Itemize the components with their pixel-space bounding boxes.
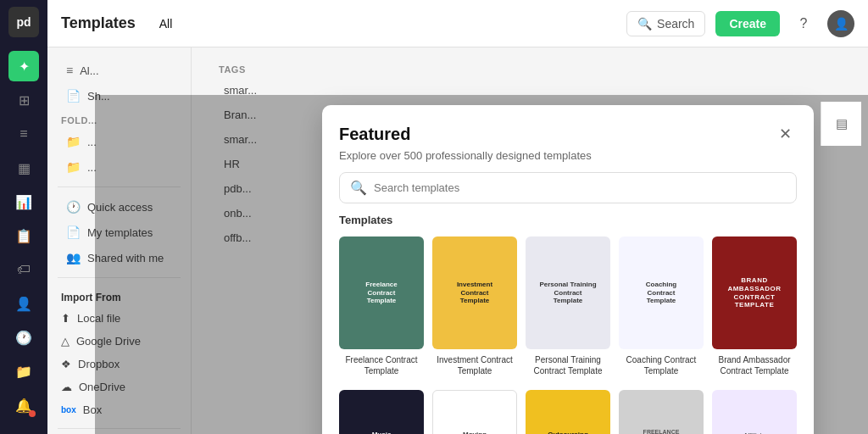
content-area: ≡ Al... 📄 Sh... FOLD... 📁 ... 📁 ... 🕐 Qu… [47, 47, 868, 434]
help-icon[interactable]: ? [790, 10, 817, 37]
template-card-freelance[interactable]: FreelanceContractTemplate Freelance Cont… [339, 236, 424, 376]
folder-icon: 📁 [66, 135, 81, 148]
template-thumb-investment: InvestmentContractTemplate [432, 236, 517, 349]
avatar[interactable]: 👤 [827, 10, 854, 37]
modal-search-input[interactable] [374, 181, 786, 194]
upload-icon: ⬆ [61, 312, 70, 325]
modal-header: Featured ✕ Explore over 500 professional… [322, 105, 814, 214]
search-icon: 🔍 [637, 17, 652, 31]
featured-modal: Featured ✕ Explore over 500 professional… [322, 105, 814, 434]
template-card-coaching[interactable]: CoachingContractTemplate Coaching Contra… [619, 236, 704, 376]
page-title: Templates [61, 14, 136, 32]
template-card-outsourcing[interactable]: OutsourcingServicesContractTemplate Outs… [526, 390, 610, 434]
nav-icon-files[interactable]: 📁 [8, 356, 39, 387]
template-card-brand-ambassador[interactable]: BRANDAMBASSADORCONTRACTTEMPLATE Brand Am… [712, 236, 797, 376]
nav-icon-alert[interactable]: 🔔 [8, 390, 39, 420]
template-name-brand-ambassador: Brand Ambassador Contract Template [712, 354, 797, 376]
sidebar-item-all[interactable]: ≡ Al... [53, 58, 186, 83]
templates-grid-row1: FreelanceContractTemplate Freelance Cont… [339, 236, 797, 376]
users-icon: 👥 [66, 251, 81, 264]
nav-icon-tag[interactable]: 🏷 [8, 254, 39, 285]
box-icon: box [61, 405, 76, 415]
template-thumb-freelance-graphic: FREELANCEGRAPHICDESIGNCONTRACTTEMPLATE [619, 390, 704, 434]
template-card-personal-training[interactable]: Personal TrainingContractTemplate Person… [526, 236, 610, 376]
tags-section-title: TAGS [205, 58, 854, 78]
template-thumb-music-producer: MusicProducerContractTemplate [339, 390, 424, 434]
search-icon: 🔍 [350, 180, 367, 196]
template-name-investment: Investment Contract Template [432, 354, 517, 376]
template-name-personal-training: Personal Training Contract Template [526, 354, 610, 376]
template-name-freelance: Freelance Contract Template [339, 354, 424, 376]
top-bar: Templates All 🔍 Search Create ? 👤 [47, 0, 868, 47]
template-card-freelance-graphic[interactable]: FREELANCEGRAPHICDESIGNCONTRACTTEMPLATE F… [619, 390, 704, 434]
file-icon: 📄 [66, 225, 81, 239]
templates-grid-row2: MusicProducerContractTemplate Music Prod… [339, 390, 797, 434]
clock-icon: 🕐 [66, 200, 81, 214]
modal-search-bar: 🔍 [339, 172, 797, 203]
all-icon: ≡ [66, 64, 73, 77]
main-area: Templates All 🔍 Search Create ? 👤 ≡ Al..… [47, 0, 868, 434]
folder-icon-2: 📁 [66, 160, 81, 174]
nav-icon-forms[interactable]: 📋 [8, 220, 39, 251]
shared-icon: 📄 [66, 89, 81, 103]
create-button[interactable]: Create [715, 11, 780, 36]
nav-icon-templates[interactable]: ✦ [8, 51, 39, 81]
template-thumb-coaching: CoachingContractTemplate [619, 236, 704, 349]
modal-close-button[interactable]: ✕ [773, 122, 797, 146]
utility-bar: ▤ [821, 102, 861, 146]
template-thumb-personal-training: Personal TrainingContractTemplate [526, 236, 610, 349]
templates-section-title: Templates [339, 214, 797, 226]
nav-icon-chart[interactable]: 📊 [8, 186, 39, 217]
cloud-icon: ☁ [61, 381, 72, 393]
nav-icon-list[interactable]: ≡ [8, 119, 39, 149]
modal-title: Featured [339, 125, 410, 144]
template-name-coaching: Coaching Contract Template [619, 354, 704, 376]
util-sidebar-icon[interactable]: ▤ [826, 108, 857, 139]
nav-icon-user[interactable]: 👤 [8, 288, 39, 319]
nav-icon-grid[interactable]: ⊞ [8, 85, 39, 115]
search-button[interactable]: 🔍 Search [626, 11, 705, 36]
template-thumb-affiliate: AffiliateProgramContractTemplate [712, 390, 797, 434]
nav-icon-clock[interactable]: 🕐 [8, 322, 39, 353]
modal-subtitle: Explore over 500 professionally designed… [339, 149, 797, 162]
nav-icon-layout[interactable]: ▦ [8, 153, 39, 183]
template-thumb-outsourcing: OutsourcingServicesContractTemplate [526, 390, 610, 434]
template-thumb-freelance: FreelanceContractTemplate [339, 236, 424, 349]
icon-sidebar: pd ✦ ⊞ ≡ ▦ 📊 📋 🏷 👤 🕐 📁 🔔 [0, 0, 47, 434]
dropbox-icon: ❖ [61, 358, 71, 370]
drive-icon: △ [61, 335, 70, 348]
template-card-affiliate[interactable]: AffiliateProgramContractTemplate Affilia… [712, 390, 797, 434]
app-logo[interactable]: pd [8, 7, 39, 37]
tab-all[interactable]: All [153, 14, 180, 34]
modal-overlay: Featured ✕ Explore over 500 professional… [95, 95, 868, 434]
template-card-moving-services[interactable]: MovingServicesContractTemplate Moving Se… [432, 390, 517, 434]
template-card-investment[interactable]: InvestmentContractTemplate Investment Co… [432, 236, 517, 376]
template-card-music-producer[interactable]: MusicProducerContractTemplate Music Prod… [339, 390, 424, 434]
template-thumb-brand-ambassador: BRANDAMBASSADORCONTRACTTEMPLATE [712, 236, 797, 349]
template-thumb-moving-services: MovingServicesContractTemplate [432, 390, 517, 434]
modal-body: Templates FreelanceContractTemplate Free… [322, 214, 814, 434]
